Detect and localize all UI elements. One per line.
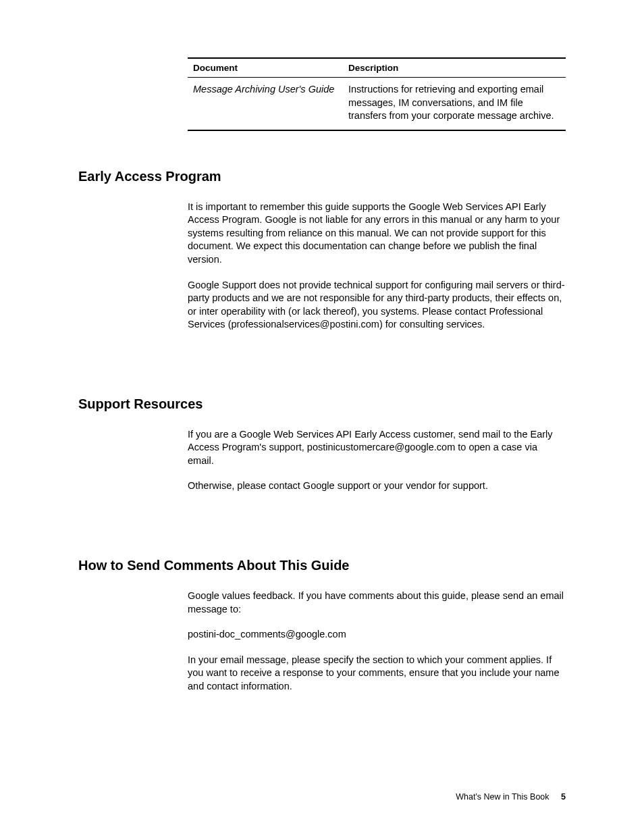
heading-early-access: Early Access Program bbox=[78, 169, 566, 184]
table-header-description: Description bbox=[343, 58, 566, 78]
paragraph: In your email message, please specify th… bbox=[188, 654, 566, 694]
paragraph: Google values feedback. If you have comm… bbox=[188, 590, 566, 616]
table-cell-description: Instructions for retrieving and exportin… bbox=[343, 78, 566, 130]
table-header-document: Document bbox=[188, 58, 343, 78]
table-row: Message Archiving User's Guide Instructi… bbox=[188, 78, 566, 130]
footer-page-number: 5 bbox=[561, 792, 566, 802]
footer-title: What's New in This Book bbox=[456, 792, 549, 802]
body-early-access: It is important to remember this guide s… bbox=[188, 201, 566, 332]
heading-comments: How to Send Comments About This Guide bbox=[78, 558, 566, 573]
document-page: Document Description Message Archiving U… bbox=[0, 0, 644, 834]
page-footer: What's New in This Book 5 bbox=[456, 792, 566, 802]
paragraph: Otherwise, please contact Google support… bbox=[188, 479, 566, 493]
body-comments: Google values feedback. If you have comm… bbox=[188, 590, 566, 693]
documents-table: Document Description Message Archiving U… bbox=[188, 57, 566, 131]
paragraph: It is important to remember this guide s… bbox=[188, 201, 566, 267]
paragraph: Google Support does not provide technica… bbox=[188, 279, 566, 332]
heading-support-resources: Support Resources bbox=[78, 396, 566, 412]
body-support-resources: If you are a Google Web Services API Ear… bbox=[188, 428, 566, 493]
table-header-row: Document Description bbox=[188, 58, 566, 78]
paragraph: If you are a Google Web Services API Ear… bbox=[188, 428, 566, 468]
table-cell-document: Message Archiving User's Guide bbox=[188, 78, 343, 130]
paragraph-email: postini-doc_comments@google.com bbox=[188, 628, 566, 642]
